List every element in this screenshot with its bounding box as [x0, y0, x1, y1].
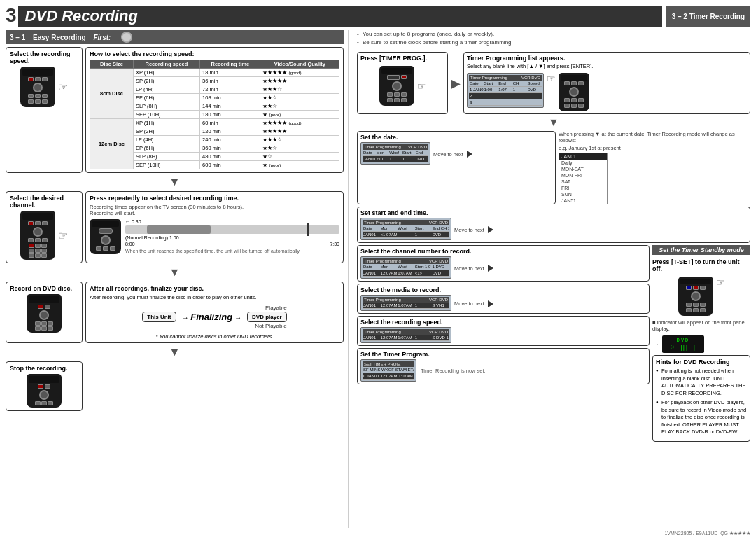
record-dvd-title: Record on DVD disc. — [10, 285, 78, 292]
press-repeatedly-note1: Recording times appear on the TV screen … — [90, 204, 340, 210]
col-disc-size: Disc Size — [90, 60, 134, 69]
hints-box: Hints for DVD Recording Formatting is no… — [652, 355, 750, 442]
press-timer-title: Press [TIMER PROG.]. — [360, 55, 444, 62]
dvd-label: DVD — [664, 338, 702, 343]
finalize-title: After all recordings, finalize your disc… — [90, 285, 340, 292]
select-media-title: Select the media to record. — [360, 286, 646, 293]
finalizing-text: Finalizing — [190, 312, 232, 322]
arrow-right-date — [467, 151, 472, 158]
channel-standby-row: Select the channel number to record. Tim… — [357, 245, 750, 442]
page-number: 3 — [6, 6, 17, 27]
set-timer-program-title: Set the Timer Program. — [360, 351, 646, 358]
set-start-end-box: Set start and end time. Timer Programmin… — [357, 207, 750, 243]
finalize-diagram: This Unit → Finalizing → Playable DVD pl… — [90, 305, 340, 329]
col-rec-time: Recording time — [200, 60, 260, 69]
set-date-title: Set the date. — [360, 134, 552, 141]
select-rec-speed-title: Select the recording speed. — [360, 319, 646, 326]
finger-icon-1: ☞ — [417, 81, 426, 92]
select-channel-number-box: Select the channel number to record. Tim… — [357, 245, 650, 282]
rec-speed-screen: Timer Programming VCR DVD JAN01 12:07AM … — [360, 327, 451, 343]
arrow-right-time — [488, 226, 493, 233]
timeline-area: ← 0:30 (Normal Recording) 1:00 8:00 7:30 — [125, 219, 340, 253]
row3: Record on DVD disc. — [6, 282, 344, 343]
timer-list-screen: Timer Programming VCR DVD Date Start End… — [467, 73, 544, 108]
time-7:30: 7:30 — [330, 242, 340, 246]
screen-row-3: 3 — [469, 99, 542, 106]
top-bar: 3 DVD Recording 3 – 2 Timer Recording — [6, 6, 750, 27]
when-pressing-note-box: When pressing ▼ at the current date, Tim… — [559, 131, 750, 204]
remote-device-enter — [559, 73, 589, 111]
select-rec-speed-box: Select the recording speed. Timer Progra… — [357, 316, 650, 346]
press-tset-label: Press [T-SET] to turn the unit off. — [652, 258, 750, 272]
date-options-list: JAN01 Daily MON-SAT MON-FRI SAT FRI SUN … — [559, 153, 608, 204]
set-start-end-title: Set start and end time. — [360, 209, 747, 216]
timeline-marker — [307, 223, 309, 236]
not-playable-label: Not Playable — [247, 323, 287, 329]
dvd-title-bar: DVD Recording — [18, 6, 662, 27]
timeline-fill — [147, 225, 211, 234]
press-repeatedly-title: Press repeatedly to select desired recor… — [90, 195, 340, 202]
section-32-label: 3 – 2 — [672, 13, 687, 20]
press-repeatedly-note2: Recording will start. — [90, 210, 340, 216]
set-date-row: Set the date. Timer Programming VCR DVD … — [357, 131, 750, 204]
time-8:00: 8:00 — [125, 242, 135, 246]
arrow-right-media — [488, 300, 493, 307]
screen-row-1: 1 JAN01 1:00 1:07 1 DVD — [469, 87, 542, 93]
date-opt-mon-fri: MON-FRI — [559, 172, 607, 179]
arrow-down-1: ▼ — [6, 176, 344, 188]
dvd-player-label: DVD player — [247, 312, 287, 322]
move-to-next-ch-label: Move to next — [454, 265, 484, 272]
section-32-bar: 3 – 2 Timer Recording — [666, 6, 750, 27]
channel-number-screen: Timer Programming VCR DVD Date Mon Wkof … — [360, 256, 451, 279]
how-to-select-box: How to select the recording speed: Disc … — [85, 47, 344, 173]
finalizing-icon: → Finalizing → — [182, 312, 242, 322]
move-to-next-media-label: Move to next — [454, 300, 484, 307]
select-media-screen: Timer Programming VCR DVD JAN01 12:07AM … — [360, 295, 451, 311]
remote-device-1 — [20, 67, 55, 107]
finalize-after-note: After recording, you must finalize the d… — [90, 294, 340, 300]
section-31-title: Easy Recording — [33, 34, 86, 41]
arrow-down-3: ▼ — [6, 347, 344, 358]
remote-device-3 — [90, 219, 121, 254]
select-speed-box: Select the recording speed. — [6, 47, 83, 173]
this-unit-box: This Unit — [142, 312, 176, 322]
screen-header: Timer Programming VCR DVD — [469, 75, 542, 81]
date-opt-sun: SUN — [559, 191, 607, 197]
table-row-12cm-xp: 12cm Disc XP (1H) 60 min ★★★★★ (good) — [90, 119, 340, 127]
timer-standby-title: Set the Timer Standby mode — [652, 245, 750, 255]
right-half: You can set up to 8 programs (once, dail… — [353, 30, 750, 528]
move-to-next-time: Move to next — [454, 225, 495, 235]
page: 3 DVD Recording 3 – 2 Timer Recording 3 … — [0, 0, 756, 542]
select-channel-box: Select the desired channel. — [6, 191, 83, 263]
date-opt-mon-sat: MON-SAT — [559, 166, 607, 172]
how-to-select-title: How to select the recording speed: — [90, 50, 340, 57]
screen-col-row: Date Start End CH Speed — [469, 81, 542, 87]
timer-list-appears-box: Timer Programming list appears. Select a… — [463, 52, 750, 114]
timer-display-value: 0 ∏∏∏ — [670, 344, 696, 351]
screen-header-right: VCR DVD — [522, 76, 540, 80]
select-channel-number-title: Select the channel number to record. — [360, 248, 646, 255]
cannot-finalize-note: * You cannot finalize discs in other DVD… — [90, 333, 340, 340]
footer-text: 1VMN22805 / E9A11UD_QG ★★★★★ — [664, 531, 750, 536]
date-opt-fri: FRI — [559, 185, 607, 191]
channel-steps-col: Select the channel number to record. Tim… — [357, 245, 650, 442]
dvd-display-row: → DVD 0 ∏∏∏ — [652, 335, 750, 353]
screen-header-left: Timer Programming — [470, 76, 507, 80]
select-media-box: Select the media to record. Timer Progra… — [357, 284, 650, 314]
section-31-header: 3 – 1 Easy Recording First: — [6, 30, 344, 44]
col-rec-speed: Recording speed — [133, 60, 200, 69]
date-opt-jan51: JAN51 — [559, 197, 607, 204]
first-label: First: — [93, 34, 111, 41]
main-content: 3 – 1 Easy Recording First: Select the r… — [6, 30, 750, 528]
hint-1: Formatting is not needed when inserting … — [656, 368, 747, 397]
left-half: 3 – 1 Easy Recording First: Select the r… — [6, 30, 349, 528]
indicator-note: ■ indicator will appear on the front pan… — [652, 319, 750, 332]
standby-illustration: ☞ — [652, 277, 750, 316]
timeline-labels: (Normal Recording) 1:00 — [125, 235, 340, 240]
press-timer-prog-box: Press [TIMER PROG.]. — [357, 52, 448, 114]
timer-recording-note: Timer Recording is now set. — [421, 368, 486, 374]
screen-row-2: 2 — [469, 93, 542, 99]
timer-notes: You can set up to 8 programs (once, dail… — [357, 30, 750, 47]
timer-top-row: Press [TIMER PROG.]. — [357, 52, 750, 114]
date-opt-sat: SAT — [559, 179, 607, 185]
